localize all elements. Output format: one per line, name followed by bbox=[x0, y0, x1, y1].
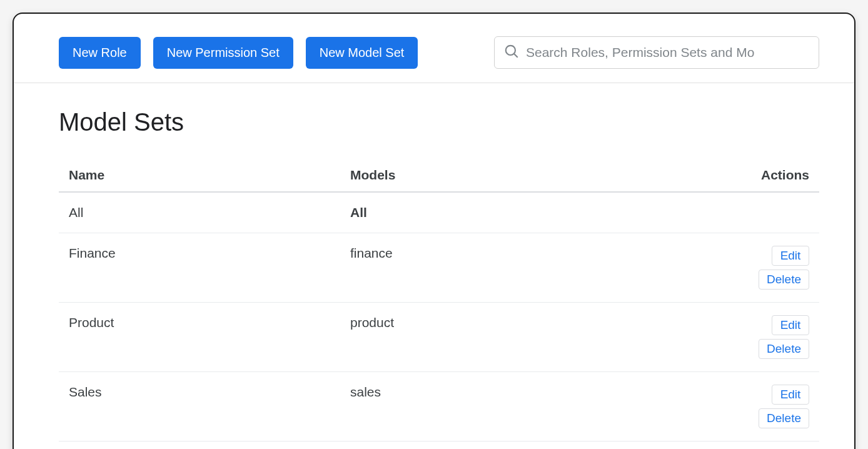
column-header-models: Models bbox=[350, 168, 684, 183]
content: Model Sets Name Models Actions AllAllFin… bbox=[14, 83, 854, 441]
cell-models: sales bbox=[350, 385, 684, 400]
cell-name: Sales bbox=[69, 385, 350, 400]
new-permission-set-button[interactable]: New Permission Set bbox=[153, 37, 293, 69]
cell-models: finance bbox=[350, 246, 684, 261]
table-row: FinancefinanceEditDelete bbox=[59, 233, 819, 303]
model-sets-table: Name Models Actions AllAllFinancefinance… bbox=[59, 159, 819, 441]
new-model-set-button[interactable]: New Model Set bbox=[306, 37, 418, 69]
cell-models: All bbox=[350, 205, 684, 220]
search-icon bbox=[503, 43, 520, 62]
cell-actions: EditDelete bbox=[684, 385, 809, 428]
table-body: AllAllFinancefinanceEditDeleteProductpro… bbox=[59, 193, 819, 441]
cell-name: Product bbox=[69, 315, 350, 330]
toolbar: New Role New Permission Set New Model Se… bbox=[14, 14, 854, 83]
delete-button[interactable]: Delete bbox=[759, 408, 809, 428]
edit-button[interactable]: Edit bbox=[772, 315, 809, 335]
cell-actions: EditDelete bbox=[684, 315, 809, 359]
table-row: AllAll bbox=[59, 193, 819, 233]
svg-line-1 bbox=[514, 54, 518, 58]
app-window: New Role New Permission Set New Model Se… bbox=[13, 13, 855, 449]
page-title: Model Sets bbox=[59, 108, 819, 136]
delete-button[interactable]: Delete bbox=[759, 270, 809, 290]
cell-name: Finance bbox=[69, 246, 350, 261]
search-input[interactable] bbox=[526, 45, 810, 60]
cell-actions: EditDelete bbox=[684, 246, 809, 290]
table-header: Name Models Actions bbox=[59, 159, 819, 193]
new-role-button[interactable]: New Role bbox=[59, 37, 141, 69]
delete-button[interactable]: Delete bbox=[759, 339, 809, 359]
column-header-actions: Actions bbox=[684, 168, 809, 183]
cell-name: All bbox=[69, 205, 350, 220]
svg-point-0 bbox=[506, 46, 515, 55]
edit-button[interactable]: Edit bbox=[772, 246, 809, 266]
search-container[interactable] bbox=[494, 36, 819, 69]
column-header-name: Name bbox=[69, 168, 350, 183]
table-row: ProductproductEditDelete bbox=[59, 303, 819, 372]
edit-button[interactable]: Edit bbox=[772, 385, 809, 405]
cell-models: product bbox=[350, 315, 684, 330]
table-row: SalessalesEditDelete bbox=[59, 372, 819, 441]
